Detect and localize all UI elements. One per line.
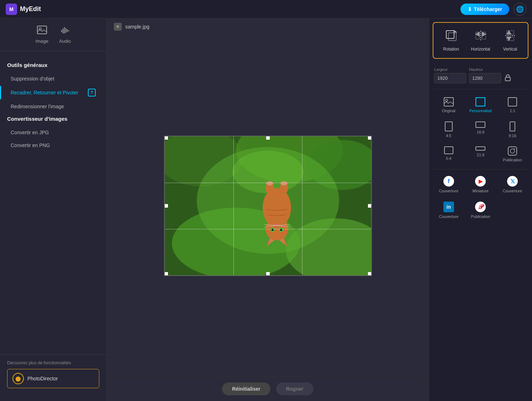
horizontal-tool[interactable]: Horizontal <box>467 26 495 54</box>
height-field: Hauteur <box>469 67 501 83</box>
facebook-icon: f <box>443 176 454 187</box>
close-tab-button[interactable]: ✕ <box>114 23 122 31</box>
crop-handle-mid-left[interactable] <box>165 204 168 208</box>
svg-point-17 <box>265 218 288 240</box>
canvas-body <box>107 35 429 376</box>
svg-point-34 <box>266 181 273 186</box>
photodirector-button[interactable]: ⬤ PhotoDirector <box>7 369 99 388</box>
preset-4-5[interactable]: 4:5 <box>434 119 463 141</box>
linkedin-icon: in <box>443 202 454 212</box>
preset-tw-cover[interactable]: 𝕏 Couverture <box>498 173 527 196</box>
photodirector-label: PhotoDirector <box>27 376 58 381</box>
download-button[interactable]: ⬇ Télécharger <box>460 4 509 15</box>
svg-rect-51 <box>508 147 517 155</box>
svg-rect-49 <box>444 147 453 154</box>
svg-rect-50 <box>476 147 485 150</box>
preset-yt-thumb[interactable]: ▶ Miniature <box>466 173 495 196</box>
li-cover-label: Couverture <box>439 214 458 219</box>
crop-handle-mid-right[interactable] <box>368 204 371 208</box>
preset-16-9[interactable]: 16:9 <box>466 119 495 141</box>
preset-9-16-label: 9:16 <box>509 134 516 138</box>
crop-handle-bottom-left[interactable] <box>165 272 168 275</box>
preset-1-1-label: 1:1 <box>510 109 515 113</box>
width-label: Largeur <box>434 67 466 72</box>
svg-point-24 <box>280 229 282 231</box>
preset-9-16[interactable]: 9:16 <box>498 119 527 141</box>
sidebar-item-convert-png[interactable]: Convertir en PNG <box>7 140 99 151</box>
language-button[interactable]: 🌐 <box>513 3 526 16</box>
sidebar-item-recadrer[interactable]: Recadrer, Retourner et Pivoter ? <box>7 86 99 99</box>
canvas-filename: sample.jpg <box>125 24 149 30</box>
li-cover-icon: in <box>443 202 454 212</box>
pi-pub-icon: 𝒫 <box>475 202 486 212</box>
preset-original[interactable]: Original <box>434 94 463 116</box>
tab-audio-label: Audio <box>59 38 71 44</box>
height-label: Hauteur <box>469 67 501 72</box>
yt-thumb-icon: ▶ <box>475 176 486 187</box>
sidebar-item-suppression[interactable]: Suppression d'objet <box>7 73 99 84</box>
preset-personnalise[interactable]: Personnalisé <box>466 94 495 116</box>
width-input[interactable] <box>434 73 466 83</box>
discover-text: Découvrez plus de fonctionnalités <box>7 360 99 365</box>
app-logo: M <box>6 4 17 15</box>
height-input[interactable] <box>469 73 501 83</box>
photodirector-icon: ⬤ <box>12 373 24 384</box>
help-icon[interactable]: ? <box>88 89 96 97</box>
lock-icon[interactable] <box>504 74 512 83</box>
topbar: M MyEdit ⬇ Télécharger 🌐 <box>0 0 532 19</box>
reset-button[interactable]: Réinitialiser <box>222 382 270 395</box>
preset-fb-cover[interactable]: f Couverture <box>434 173 463 196</box>
crop-handle-top-mid[interactable] <box>266 136 270 140</box>
vertical-tool[interactable]: Vertical <box>496 26 524 54</box>
svg-rect-45 <box>508 98 517 106</box>
svg-rect-36 <box>448 33 456 41</box>
svg-rect-41 <box>505 77 510 81</box>
rotation-tool[interactable]: Rotation <box>437 26 465 54</box>
image-tab-icon <box>37 26 47 36</box>
right-panel: Rotation Horizontal <box>429 19 532 401</box>
crop-handle-top-left[interactable] <box>165 136 168 140</box>
tw-cover-label: Couverture <box>503 189 522 193</box>
canvas-footer: Réinitialiser Rogner <box>107 376 429 401</box>
crop-button[interactable]: Rogner <box>276 382 314 395</box>
main-layout: Image Audio Outils généraux <box>0 19 532 401</box>
preset-pi-pub[interactable]: 𝒫 Publication <box>466 199 495 222</box>
canvas-image[interactable] <box>165 136 371 275</box>
sidebar-item-convert-jpg[interactable]: Convertir en JPG <box>7 127 99 138</box>
canvas-area: ✕ sample.jpg <box>107 19 429 401</box>
sidebar: Image Audio Outils généraux <box>0 19 107 401</box>
crop-handle-bottom-right[interactable] <box>368 272 371 275</box>
preset-21-9[interactable]: 21:9 <box>466 144 495 165</box>
horizontal-label: Horizontal <box>471 47 490 52</box>
preset-5-4[interactable]: 5:4 <box>434 144 463 165</box>
sidebar-item-redimensionner[interactable]: Redimensionner l'image <box>7 101 99 112</box>
tab-audio[interactable]: Audio <box>59 26 71 44</box>
preset-16-9-label: 16:9 <box>477 130 484 134</box>
crop-handle-top-right[interactable] <box>368 136 371 140</box>
preset-16-9-icon <box>475 121 485 128</box>
section-title-converter: Convertisseur d'images <box>7 116 99 122</box>
preset-1-1[interactable]: 1:1 <box>498 94 527 116</box>
fb-cover-icon: f <box>443 176 454 187</box>
rotation-icon <box>445 29 458 45</box>
preset-4-5-label: 4:5 <box>446 134 451 138</box>
tw-cover-icon: 𝕏 <box>507 176 518 187</box>
preset-publication-ig[interactable]: Publication <box>498 144 527 165</box>
svg-point-25 <box>272 229 274 231</box>
fb-cover-label: Couverture <box>439 189 458 193</box>
tab-image[interactable]: Image <box>36 26 48 44</box>
preset-5-4-label: 5:4 <box>446 156 451 161</box>
preset-1-1-icon <box>508 97 517 106</box>
width-field: Largeur <box>434 67 466 83</box>
horizontal-icon <box>474 29 487 45</box>
section-title-general: Outils généraux <box>7 62 99 68</box>
preset-li-cover[interactable]: in Couverture <box>434 199 463 222</box>
app-name: MyEdit <box>20 5 41 13</box>
audio-tab-icon <box>60 26 70 36</box>
vertical-icon <box>504 29 517 45</box>
crop-handle-bottom-mid[interactable] <box>266 272 270 275</box>
svg-rect-48 <box>510 122 515 131</box>
preset-4-5-icon <box>445 121 453 131</box>
svg-point-53 <box>514 149 515 150</box>
sidebar-tabs: Image Audio <box>0 26 106 51</box>
